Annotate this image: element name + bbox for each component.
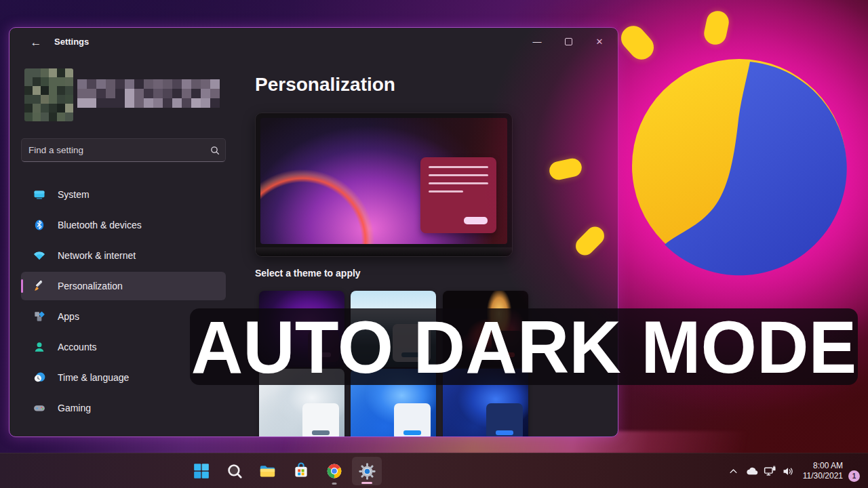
preview-notification-card xyxy=(420,157,496,233)
active-app-indicator xyxy=(361,482,372,484)
search-box xyxy=(21,138,226,162)
titlebar: ← Settings — ✕ xyxy=(9,28,618,58)
accounts-icon xyxy=(32,340,47,354)
system-tray: 8:00 AM 11/30/2021 1 xyxy=(724,453,863,488)
sidebar-item-gaming[interactable]: Gaming xyxy=(21,394,226,422)
sidebar-item-label: Network & internet xyxy=(58,250,136,261)
minimize-button[interactable]: — xyxy=(521,30,553,52)
sidebar-item-bluetooth-devices[interactable]: Bluetooth & devices xyxy=(21,211,226,239)
card-line xyxy=(429,190,463,192)
bluetooth-icon xyxy=(32,218,47,232)
sidebar-item-label: Personalization xyxy=(58,281,123,291)
volume-icon[interactable] xyxy=(779,458,797,485)
maximize-icon xyxy=(565,38,572,45)
monitor-bezel xyxy=(256,247,512,256)
search-input[interactable] xyxy=(22,145,205,155)
microsoft-store-button[interactable] xyxy=(284,456,317,486)
taskbar-search-button[interactable] xyxy=(218,456,251,486)
clock-time: 8:00 AM xyxy=(803,461,843,471)
sidebar-item-label: Gaming xyxy=(58,403,91,413)
windows-logo-icon xyxy=(193,462,210,480)
user-name-redacted xyxy=(77,79,220,108)
taskbar-clock[interactable]: 8:00 AM 11/30/2021 xyxy=(803,461,843,481)
sidebar-item-label: Time & language xyxy=(58,372,129,383)
close-button[interactable]: ✕ xyxy=(584,30,615,52)
system-icon xyxy=(32,187,47,202)
start-button[interactable] xyxy=(184,456,218,486)
folder-icon xyxy=(258,462,277,481)
theme-preview-screen xyxy=(260,118,507,244)
back-button[interactable]: ← xyxy=(26,34,46,52)
card-button xyxy=(464,217,488,224)
banner-text: AUTO DARK MODE xyxy=(191,309,856,384)
sidebar-item-label: Accounts xyxy=(58,342,97,352)
gear-icon xyxy=(358,462,376,481)
network-tray-icon[interactable] xyxy=(761,458,779,485)
gaming-icon xyxy=(32,401,47,415)
sidebar-item-network-internet[interactable]: Network & internet xyxy=(21,241,226,270)
search-icon xyxy=(205,145,225,156)
wifi-icon xyxy=(32,248,47,263)
sidebar-item-label: Bluetooth & devices xyxy=(58,220,142,230)
sidebar-item-label: Apps xyxy=(58,311,79,322)
sidebar-item-personalization[interactable]: Personalization xyxy=(21,272,226,300)
card-line xyxy=(429,174,488,176)
chrome-button[interactable] xyxy=(317,456,351,486)
theme-mini-card xyxy=(302,403,339,437)
theme-preview-monitor xyxy=(255,113,513,257)
screenshot-stage: ← Settings — ✕ xyxy=(0,0,868,488)
user-profile[interactable] xyxy=(18,67,221,128)
microsoft-store-icon xyxy=(292,462,310,480)
sidebar-item-system[interactable]: System xyxy=(21,180,226,209)
apps-icon xyxy=(32,309,47,324)
sidebar-item-label: System xyxy=(58,189,90,200)
notification-badge[interactable]: 1 xyxy=(848,470,860,482)
window-title: Settings xyxy=(54,37,89,47)
theme-mini-card xyxy=(486,403,523,437)
window-controls: — ✕ xyxy=(521,30,615,52)
card-line xyxy=(429,166,488,168)
file-explorer-button[interactable] xyxy=(251,456,284,486)
taskbar: 8:00 AM 11/30/2021 1 xyxy=(0,453,868,488)
theme-section-label: Select a theme to apply xyxy=(255,268,361,279)
taskbar-center-icons xyxy=(184,453,383,488)
theme-mini-card xyxy=(394,403,431,437)
onedrive-cloud-icon[interactable] xyxy=(743,458,761,485)
running-app-indicator xyxy=(332,483,336,485)
maximize-button[interactable] xyxy=(553,30,584,52)
chrome-icon xyxy=(326,462,343,480)
clock-date: 11/30/2021 xyxy=(803,471,843,481)
avatar xyxy=(24,68,73,121)
time-language-icon xyxy=(32,370,47,385)
card-line xyxy=(429,182,488,184)
paintbrush-icon xyxy=(32,279,47,293)
auto-dark-mode-banner: AUTO DARK MODE xyxy=(190,308,858,385)
search-icon xyxy=(226,462,243,480)
settings-taskbar-button[interactable] xyxy=(352,457,382,485)
page-title: Personalization xyxy=(255,74,395,96)
tray-chevron-up-icon[interactable] xyxy=(724,458,743,485)
